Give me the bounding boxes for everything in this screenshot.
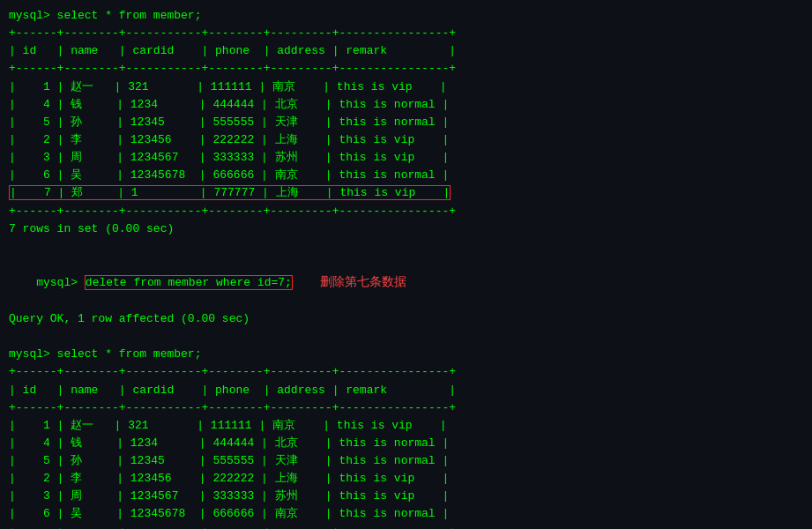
table1-row-4: | 2 | 李 | 123456 | 222222 | 上海 | this is… (9, 131, 803, 149)
table1-row-7-highlighted: | 7 | 郑 | 1 | 777777 | 上海 | this is vip … (9, 185, 451, 200)
table2-sep-top: +------+--------+-----------+--------+--… (9, 363, 803, 381)
table1-row-1: | 1 | 赵一 | 321 | 111111 | 南京 | this is v… (9, 78, 803, 96)
table2-row-2: | 4 | 钱 | 1234 | 444444 | 北京 | this is n… (9, 435, 803, 452)
table1-row-5: | 3 | 周 | 1234567 | 333333 | 苏州 | this i… (9, 149, 803, 167)
terminal: mysql> select * from member; +------+---… (9, 7, 803, 529)
prompt2: mysql> (9, 347, 57, 361)
delete-prompt: mysql> (36, 276, 85, 289)
delete-line: mysql> delete from member where id=7; 删除… (9, 256, 803, 310)
delete-result: Query OK, 1 row affected (0.00 sec) (9, 310, 803, 328)
rows-count1: 7 rows in set (0.00 sec) (9, 220, 803, 238)
table1-row-7-container: | 7 | 郑 | 1 | 777777 | 上海 | this is vip … (9, 184, 803, 202)
table1-sep-top: +------+--------+-----------+--------+--… (9, 25, 803, 42)
blank-line1 (9, 238, 803, 256)
query1-line: mysql> select * from member; (9, 7, 803, 25)
table2-row-1: | 1 | 赵一 | 321 | 111111 | 南京 | this is v… (9, 417, 803, 435)
table2-row-4: | 2 | 李 | 123456 | 222222 | 上海 | this is… (9, 470, 803, 488)
delete-annotation: 删除第七条数据 (320, 275, 406, 289)
table1-row-6: | 6 | 吴 | 12345678 | 666666 | 南京 | this … (9, 167, 803, 184)
table1-header: | id | name | cardid | phone | address |… (9, 42, 803, 60)
table1-row-2: | 4 | 钱 | 1234 | 444444 | 北京 | this is n… (9, 96, 803, 114)
table2-header: | id | name | cardid | phone | address |… (9, 382, 803, 399)
table1-sep-mid: +------+--------+-----------+--------+--… (9, 60, 803, 78)
delete-cmd-text: delete from member where id=7; (85, 275, 293, 290)
table1-row-3: | 5 | 孙 | 12345 | 555555 | 天津 | this is … (9, 114, 803, 131)
table1-sep-bot: +------+--------+-----------+--------+--… (9, 203, 803, 220)
table2-row-3: | 5 | 孙 | 12345 | 555555 | 天津 | this is … (9, 452, 803, 470)
table2-sep-mid: +------+--------+-----------+--------+--… (9, 399, 803, 417)
table2-row-5: | 3 | 周 | 1234567 | 333333 | 苏州 | this i… (9, 488, 803, 505)
table2-sep-bot: +------+--------+-----------+--------+--… (9, 524, 803, 529)
query1-text: select * from member; (57, 9, 202, 22)
blank-line2 (9, 328, 803, 346)
prompt1: mysql> (9, 9, 57, 22)
query2-line: mysql> select * from member; (9, 346, 803, 363)
query2-text: select * from member; (57, 347, 202, 361)
table2-row-6: | 6 | 吴 | 12345678 | 666666 | 南京 | this … (9, 505, 803, 523)
